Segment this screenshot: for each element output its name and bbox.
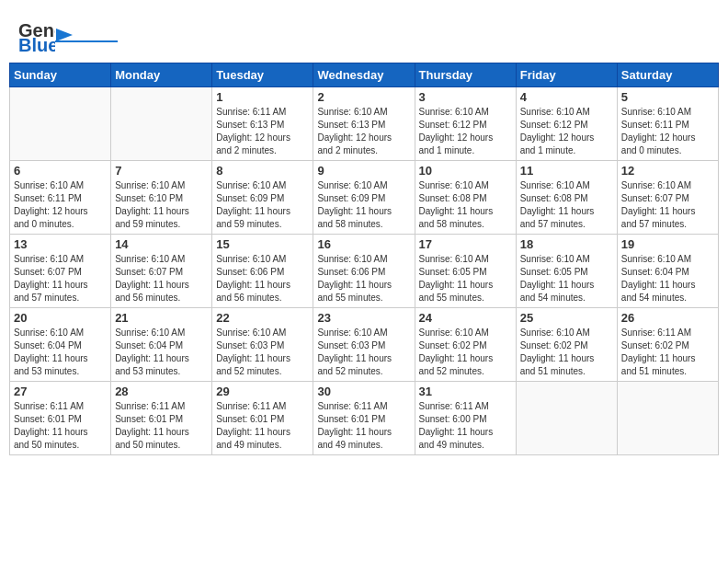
day-number: 9 (317, 164, 410, 178)
day-number: 26 (621, 311, 714, 325)
calendar-cell: 12Sunrise: 6:10 AMSunset: 6:07 PMDayligh… (617, 161, 718, 235)
day-number: 20 (14, 311, 107, 325)
calendar-cell: 28Sunrise: 6:11 AMSunset: 6:01 PMDayligh… (111, 382, 212, 455)
day-info: Sunrise: 6:10 AMSunset: 6:04 PMDaylight:… (621, 253, 714, 304)
day-info: Sunrise: 6:10 AMSunset: 6:10 PMDaylight:… (115, 179, 208, 231)
day-number: 22 (216, 311, 309, 325)
day-number: 7 (115, 164, 208, 178)
day-number: 28 (115, 385, 208, 398)
calendar-cell: 31Sunrise: 6:11 AMSunset: 6:00 PMDayligh… (415, 382, 516, 455)
calendar-table: SundayMondayTuesdayWednesdayThursdayFrid… (9, 63, 719, 455)
calendar-week-row: 20Sunrise: 6:10 AMSunset: 6:04 PMDayligh… (10, 308, 719, 382)
calendar-cell: 15Sunrise: 6:10 AMSunset: 6:06 PMDayligh… (212, 235, 313, 308)
calendar-day-header: Thursday (415, 63, 516, 87)
calendar-cell: 22Sunrise: 6:10 AMSunset: 6:03 PMDayligh… (212, 308, 313, 382)
day-number: 23 (317, 311, 410, 325)
day-number: 29 (216, 385, 309, 398)
day-info: Sunrise: 6:10 AMSunset: 6:07 PMDaylight:… (621, 179, 714, 231)
day-number: 13 (14, 237, 107, 251)
day-info: Sunrise: 6:10 AMSunset: 6:11 PMDaylight:… (621, 106, 714, 157)
day-info: Sunrise: 6:10 AMSunset: 6:07 PMDaylight:… (14, 253, 107, 304)
day-number: 3 (419, 90, 512, 104)
day-number: 12 (621, 164, 714, 178)
day-number: 1 (216, 90, 309, 104)
day-number: 24 (419, 311, 512, 325)
calendar-header-row: SundayMondayTuesdayWednesdayThursdayFrid… (10, 63, 719, 87)
day-info: Sunrise: 6:10 AMSunset: 6:03 PMDaylight:… (216, 327, 309, 378)
day-info: Sunrise: 6:11 AMSunset: 6:01 PMDaylight:… (14, 400, 107, 452)
svg-marker-3 (56, 29, 73, 41)
day-info: Sunrise: 6:10 AMSunset: 6:07 PMDaylight:… (115, 253, 208, 304)
calendar-day-header: Tuesday (212, 63, 313, 87)
calendar-week-row: 1Sunrise: 6:11 AMSunset: 6:13 PMDaylight… (10, 87, 719, 161)
day-info: Sunrise: 6:11 AMSunset: 6:00 PMDaylight:… (419, 400, 512, 452)
day-number: 16 (317, 237, 410, 251)
calendar-week-row: 13Sunrise: 6:10 AMSunset: 6:07 PMDayligh… (10, 235, 719, 308)
calendar-cell: 18Sunrise: 6:10 AMSunset: 6:05 PMDayligh… (516, 235, 617, 308)
day-number: 21 (115, 311, 208, 325)
logo-icon: General Blue (18, 17, 55, 53)
calendar-cell (111, 87, 212, 161)
day-number: 10 (419, 164, 512, 178)
day-number: 18 (520, 237, 613, 251)
day-number: 31 (419, 385, 512, 398)
day-info: Sunrise: 6:10 AMSunset: 6:06 PMDaylight:… (317, 253, 410, 304)
calendar-cell (10, 87, 111, 161)
calendar-cell: 19Sunrise: 6:10 AMSunset: 6:04 PMDayligh… (617, 235, 718, 308)
day-number: 14 (115, 237, 208, 251)
calendar-header: SundayMondayTuesdayWednesdayThursdayFrid… (10, 63, 719, 87)
day-number: 25 (520, 311, 613, 325)
day-info: Sunrise: 6:10 AMSunset: 6:05 PMDaylight:… (419, 253, 512, 304)
day-info: Sunrise: 6:10 AMSunset: 6:12 PMDaylight:… (419, 106, 512, 157)
day-number: 6 (14, 164, 107, 178)
day-number: 30 (317, 385, 410, 398)
calendar-cell: 17Sunrise: 6:10 AMSunset: 6:05 PMDayligh… (415, 235, 516, 308)
calendar-cell: 29Sunrise: 6:11 AMSunset: 6:01 PMDayligh… (212, 382, 313, 455)
calendar-day-header: Saturday (617, 63, 718, 87)
calendar-cell: 20Sunrise: 6:10 AMSunset: 6:04 PMDayligh… (10, 308, 111, 382)
day-number: 19 (621, 237, 714, 251)
logo-underline (55, 40, 118, 42)
calendar-cell: 3Sunrise: 6:10 AMSunset: 6:12 PMDaylight… (415, 87, 516, 161)
calendar-cell: 23Sunrise: 6:10 AMSunset: 6:03 PMDayligh… (313, 308, 415, 382)
calendar-day-header: Monday (111, 63, 212, 87)
day-number: 5 (621, 90, 714, 104)
day-number: 27 (14, 385, 107, 398)
day-info: Sunrise: 6:10 AMSunset: 6:09 PMDaylight:… (317, 179, 410, 231)
day-number: 8 (216, 164, 309, 178)
page-header: General Blue (9, 9, 719, 57)
calendar-cell: 24Sunrise: 6:10 AMSunset: 6:02 PMDayligh… (415, 308, 516, 382)
calendar-cell: 11Sunrise: 6:10 AMSunset: 6:08 PMDayligh… (516, 161, 617, 235)
day-info: Sunrise: 6:11 AMSunset: 6:02 PMDaylight:… (621, 327, 714, 378)
day-info: Sunrise: 6:10 AMSunset: 6:02 PMDaylight:… (520, 327, 613, 378)
day-info: Sunrise: 6:10 AMSunset: 6:08 PMDaylight:… (419, 179, 512, 231)
day-info: Sunrise: 6:10 AMSunset: 6:05 PMDaylight:… (520, 253, 613, 304)
day-info: Sunrise: 6:11 AMSunset: 6:01 PMDaylight:… (317, 400, 410, 452)
calendar-cell: 27Sunrise: 6:11 AMSunset: 6:01 PMDayligh… (10, 382, 111, 455)
calendar-cell: 14Sunrise: 6:10 AMSunset: 6:07 PMDayligh… (111, 235, 212, 308)
day-number: 17 (419, 237, 512, 251)
day-info: Sunrise: 6:10 AMSunset: 6:12 PMDaylight:… (520, 106, 613, 157)
day-info: Sunrise: 6:11 AMSunset: 6:13 PMDaylight:… (216, 106, 309, 157)
calendar-cell: 21Sunrise: 6:10 AMSunset: 6:04 PMDayligh… (111, 308, 212, 382)
calendar-cell: 5Sunrise: 6:10 AMSunset: 6:11 PMDaylight… (617, 87, 718, 161)
calendar-cell: 8Sunrise: 6:10 AMSunset: 6:09 PMDaylight… (212, 161, 313, 235)
day-number: 2 (317, 90, 410, 104)
calendar-day-header: Sunday (10, 63, 111, 87)
calendar-cell: 9Sunrise: 6:10 AMSunset: 6:09 PMDaylight… (313, 161, 415, 235)
calendar-cell: 6Sunrise: 6:10 AMSunset: 6:11 PMDaylight… (10, 161, 111, 235)
day-info: Sunrise: 6:10 AMSunset: 6:06 PMDaylight:… (216, 253, 309, 304)
calendar-cell: 4Sunrise: 6:10 AMSunset: 6:12 PMDaylight… (516, 87, 617, 161)
day-info: Sunrise: 6:10 AMSunset: 6:09 PMDaylight:… (216, 179, 309, 231)
day-info: Sunrise: 6:11 AMSunset: 6:01 PMDaylight:… (115, 400, 208, 452)
day-info: Sunrise: 6:10 AMSunset: 6:11 PMDaylight:… (14, 179, 107, 231)
calendar-cell: 2Sunrise: 6:10 AMSunset: 6:13 PMDaylight… (313, 87, 415, 161)
logo: General Blue (18, 17, 118, 53)
calendar-cell (516, 382, 617, 455)
day-info: Sunrise: 6:10 AMSunset: 6:13 PMDaylight:… (317, 106, 410, 157)
calendar-cell: 25Sunrise: 6:10 AMSunset: 6:02 PMDayligh… (516, 308, 617, 382)
calendar-cell: 30Sunrise: 6:11 AMSunset: 6:01 PMDayligh… (313, 382, 415, 455)
calendar-cell: 7Sunrise: 6:10 AMSunset: 6:10 PMDaylight… (111, 161, 212, 235)
day-info: Sunrise: 6:10 AMSunset: 6:08 PMDaylight:… (520, 179, 613, 231)
calendar-cell (617, 382, 718, 455)
